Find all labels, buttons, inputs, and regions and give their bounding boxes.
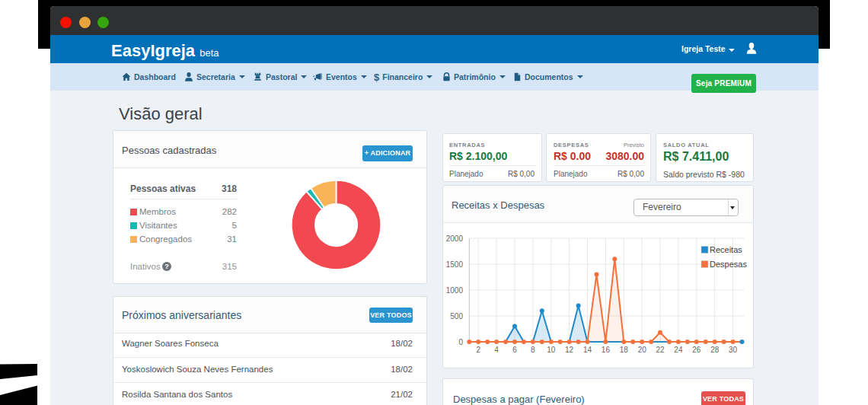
svg-text:8: 8 bbox=[531, 346, 535, 354]
svg-text:6: 6 bbox=[512, 346, 517, 354]
svg-text:24: 24 bbox=[674, 346, 683, 354]
svg-text:16: 16 bbox=[602, 346, 611, 354]
svg-text:2000: 2000 bbox=[446, 234, 464, 243]
svg-text:20: 20 bbox=[638, 346, 647, 354]
svg-text:14: 14 bbox=[583, 346, 592, 354]
svg-text:4: 4 bbox=[494, 346, 499, 354]
svg-text:30: 30 bbox=[729, 346, 738, 354]
svg-text:1000: 1000 bbox=[446, 286, 464, 295]
svg-text:10: 10 bbox=[547, 346, 556, 354]
svg-text:18: 18 bbox=[620, 346, 629, 354]
svg-text:26: 26 bbox=[692, 346, 701, 354]
svg-text:12: 12 bbox=[565, 346, 574, 354]
svg-text:Receitas: Receitas bbox=[710, 245, 742, 254]
svg-text:0: 0 bbox=[458, 338, 463, 346]
svg-text:500: 500 bbox=[450, 312, 463, 320]
svg-text:Despesas: Despesas bbox=[710, 260, 747, 269]
svg-text:28: 28 bbox=[710, 346, 720, 354]
svg-text:2: 2 bbox=[476, 346, 480, 354]
svg-text:22: 22 bbox=[656, 346, 665, 354]
svg-text:1500: 1500 bbox=[446, 260, 464, 269]
